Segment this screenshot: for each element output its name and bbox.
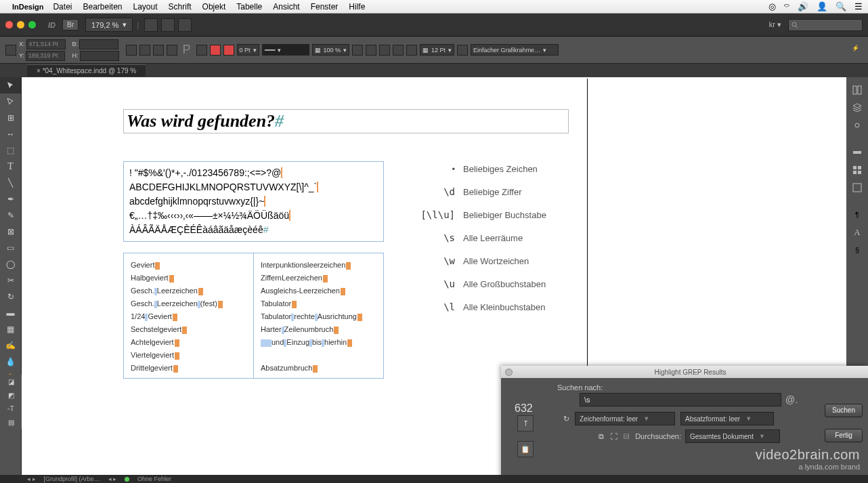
fill-icon[interactable] [210,45,221,56]
search-input[interactable] [580,393,781,406]
flip-h-icon[interactable] [153,45,164,56]
arrange-button[interactable] [178,18,192,32]
page-tool[interactable]: ⊞ [0,110,21,126]
menu-object[interactable]: Objekt [202,2,226,12]
bridge-button[interactable]: Br [62,19,79,30]
search-button[interactable]: Suchen [825,404,863,417]
workspace-select[interactable]: kr ▾ [769,20,781,29]
special-chars-button[interactable]: @. [785,394,798,405]
scope-select[interactable]: Gesamtes Dokument▼ [685,429,780,443]
stroke-panel-icon[interactable] [846,144,868,161]
fill-stroke-icon[interactable]: ◪ [0,375,22,388]
scroll-top-button[interactable]: ⤒ [517,415,534,432]
characters-text-frame[interactable]: ! "#$%&'()*+,-./0123456789:;<=>?@ ABCDEF… [123,161,384,242]
title-text-frame[interactable]: Was wird gefunden?# [123,109,569,133]
document-tab[interactable]: × *04_Whitespace.indd @ 179 % [27,64,146,77]
menu-extras-icon[interactable]: ☰ [854,1,863,12]
zoom-window-icon[interactable] [28,21,36,28]
wrap-none-icon[interactable] [366,45,376,56]
wrap-bbox-icon[interactable] [379,45,390,56]
gradient-swatch-tool[interactable]: ▬ [0,305,21,321]
rectangle-tool[interactable]: ▭ [0,240,21,256]
pencil-tool[interactable]: ✎ [0,207,21,224]
gap-input[interactable]: ▦ 12 Pt▾ [420,44,454,56]
x-position-input[interactable] [26,39,66,49]
line-tool[interactable]: ╲ [0,175,21,191]
spaces-text-frame[interactable]: GeviertHalbgeviertGesch.LeerzeichenGesch… [123,253,384,379]
layers-panel-icon[interactable] [846,99,868,117]
volume-icon[interactable]: 🔊 [798,1,808,12]
corner-options-icon[interactable] [406,45,417,56]
pen-tool[interactable]: ✒ [0,191,21,207]
links-panel-icon[interactable] [846,117,868,134]
stroke-weight-input[interactable]: 0 Pt▾ [237,44,259,56]
rotate-icon[interactable] [126,45,137,56]
gradient-feather-tool[interactable]: ▦ [0,321,21,337]
scope-icons[interactable]: ⧉ ⛶ ▤ [599,432,631,441]
char-format-select[interactable]: Zeichenformat: leer▼ [575,412,675,425]
quick-apply-icon[interactable]: ⚡ [852,45,863,56]
menu-file[interactable]: Datei [53,2,72,12]
minimize-window-icon[interactable] [17,21,24,28]
height-input[interactable] [80,51,119,61]
menu-edit[interactable]: Bearbeiten [83,2,122,12]
menu-help[interactable]: Hilfe [349,2,365,12]
wifi-icon[interactable]: ⌔ [784,1,789,12]
object-styles-panel-icon[interactable]: § [846,241,868,259]
ellipse-tool[interactable]: ◯ [0,256,21,272]
user-icon[interactable]: 👤 [817,1,827,12]
done-button[interactable]: Fertig [825,429,863,442]
reference-point-icon[interactable] [5,45,16,56]
stroke-style-select[interactable]: ━━━▾ [262,44,309,56]
fit-content-icon[interactable] [457,45,468,56]
width-input[interactable] [79,39,118,49]
view-options-button[interactable] [144,18,158,32]
close-panel-icon[interactable] [505,369,513,376]
screen-mode-button[interactable] [161,18,175,32]
wrap-shape-icon[interactable] [393,45,404,56]
close-window-icon[interactable] [5,21,13,28]
eyedropper-tool[interactable]: 💧 [0,354,21,370]
select-container-icon[interactable] [196,45,207,56]
menu-view[interactable]: Ansicht [273,2,299,12]
panel-titlebar[interactable]: Highlight GREP Results [501,366,868,378]
formatting-affects-icon[interactable]: ▫T [0,402,22,415]
free-transform-tool[interactable]: ↻ [0,289,21,305]
paragraph-panel-icon[interactable]: ¶ [846,206,868,224]
swatches-panel-icon[interactable] [846,179,868,196]
effects-icon[interactable] [352,45,363,56]
menu-type[interactable]: Schrift [169,2,192,12]
opacity-input[interactable]: ▦ 100 %▾ [312,44,350,56]
cc-icon[interactable]: ◎ [768,1,776,12]
y-position-input[interactable] [26,51,65,61]
color-panel-icon[interactable] [846,161,868,179]
type-tool[interactable]: T [0,159,21,175]
direct-selection-tool[interactable] [0,93,21,110]
frame-fitting-select[interactable]: Einfacher Grafikrahme…▾ [471,44,559,56]
preflight-status[interactable]: Ohne Fehler [137,476,171,482]
menu-table[interactable]: Tabelle [236,2,262,12]
screen-mode-normal-icon[interactable]: ▤ [0,415,22,429]
app-name[interactable]: InDesign [12,3,43,11]
shear-icon[interactable] [139,45,150,56]
para-format-select[interactable]: Absatzformat: leer▼ [680,412,774,425]
stroke-icon[interactable] [223,45,234,56]
selection-tool[interactable] [0,77,21,93]
note-tool[interactable]: ✍ [0,337,21,354]
zoom-select[interactable]: 179,2 %▾ [85,18,133,32]
pages-panel-icon[interactable] [846,81,868,99]
menu-window[interactable]: Fenster [311,2,339,12]
content-collector-tool[interactable]: ⬚ [0,142,21,159]
gap-tool[interactable]: ↔ [0,126,21,142]
scissors-tool[interactable]: ✂ [0,272,21,289]
character-panel-icon[interactable]: A [846,224,868,241]
window-controls[interactable] [5,21,36,28]
menu-layout[interactable]: Layout [133,2,158,12]
clipboard-button[interactable]: 📋 [517,441,534,457]
flip-v-icon[interactable] [167,45,177,56]
help-search-input[interactable] [788,19,863,31]
default-fill-stroke-icon[interactable]: ◩ [0,388,22,402]
refresh-icon[interactable]: ↻ [563,415,569,423]
rectangle-frame-tool[interactable]: ⊠ [0,224,21,240]
spotlight-icon[interactable]: 🔍 [836,1,846,12]
